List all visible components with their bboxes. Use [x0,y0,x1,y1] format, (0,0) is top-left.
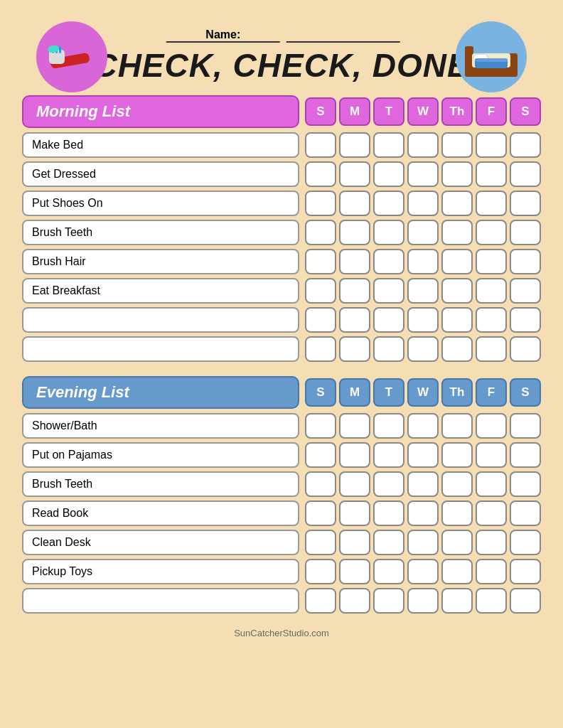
evening-check-5-S2[interactable] [510,530,541,555]
morning-check-1-T[interactable] [373,132,404,158]
morning-check-5-W[interactable] [407,249,439,274]
morning-check-8-F[interactable] [476,336,507,362]
morning-check-6-Th[interactable] [441,278,473,304]
morning-check-1-S1[interactable] [305,132,336,158]
evening-check-4-S2[interactable] [510,500,541,526]
morning-check-2-F[interactable] [476,161,507,187]
evening-check-6-T[interactable] [373,559,404,584]
morning-check-8-T[interactable] [373,336,404,362]
evening-check-2-W[interactable] [407,442,439,468]
evening-check-3-T[interactable] [373,471,404,497]
evening-check-5-S1[interactable] [305,530,336,555]
morning-check-3-M[interactable] [339,191,370,216]
morning-check-4-M[interactable] [339,220,370,245]
evening-check-5-F[interactable] [476,530,507,555]
evening-check-2-Th[interactable] [441,442,473,468]
evening-check-6-M[interactable] [339,559,370,584]
evening-check-6-Th[interactable] [441,559,473,584]
morning-check-6-S1[interactable] [305,278,336,304]
morning-check-4-W[interactable] [407,220,439,245]
evening-check-3-Th[interactable] [441,471,473,497]
morning-check-8-W[interactable] [407,336,439,362]
evening-check-1-S2[interactable] [510,413,541,439]
evening-check-4-M[interactable] [339,500,370,526]
morning-check-5-F[interactable] [476,249,507,274]
morning-check-6-M[interactable] [339,278,370,304]
evening-check-5-W[interactable] [407,530,439,555]
morning-check-2-T[interactable] [373,161,404,187]
evening-check-1-F[interactable] [476,413,507,439]
evening-check-6-S2[interactable] [510,559,541,584]
morning-check-6-S2[interactable] [510,278,541,304]
evening-check-1-T[interactable] [373,413,404,439]
morning-check-5-M[interactable] [339,249,370,274]
evening-check-2-F[interactable] [476,442,507,468]
morning-check-4-S1[interactable] [305,220,336,245]
evening-check-3-F[interactable] [476,471,507,497]
evening-check-4-T[interactable] [373,500,404,526]
morning-check-1-M[interactable] [339,132,370,158]
morning-check-4-Th[interactable] [441,220,473,245]
morning-check-6-F[interactable] [476,278,507,304]
morning-check-2-S2[interactable] [510,161,541,187]
morning-check-3-S2[interactable] [510,191,541,216]
morning-check-1-Th[interactable] [441,132,473,158]
morning-check-7-W[interactable] [407,307,439,333]
morning-check-7-T[interactable] [373,307,404,333]
morning-check-5-S2[interactable] [510,249,541,274]
evening-check-7-F[interactable] [476,588,507,614]
morning-check-3-S1[interactable] [305,191,336,216]
morning-check-8-S1[interactable] [305,336,336,362]
evening-check-7-S1[interactable] [305,588,336,614]
evening-check-3-S1[interactable] [305,471,336,497]
morning-check-7-M[interactable] [339,307,370,333]
morning-check-2-S1[interactable] [305,161,336,187]
morning-check-4-S2[interactable] [510,220,541,245]
morning-check-5-S1[interactable] [305,249,336,274]
morning-check-8-S2[interactable] [510,336,541,362]
morning-check-8-M[interactable] [339,336,370,362]
evening-check-6-F[interactable] [476,559,507,584]
evening-check-2-T[interactable] [373,442,404,468]
morning-check-4-F[interactable] [476,220,507,245]
morning-check-7-S2[interactable] [510,307,541,333]
evening-check-4-F[interactable] [476,500,507,526]
morning-check-6-W[interactable] [407,278,439,304]
evening-check-6-S1[interactable] [305,559,336,584]
morning-check-8-Th[interactable] [441,336,473,362]
morning-check-1-F[interactable] [476,132,507,158]
evening-check-3-W[interactable] [407,471,439,497]
evening-check-2-S1[interactable] [305,442,336,468]
evening-check-7-S2[interactable] [510,588,541,614]
morning-check-2-Th[interactable] [441,161,473,187]
morning-check-6-T[interactable] [373,278,404,304]
evening-check-1-S1[interactable] [305,413,336,439]
evening-check-7-T[interactable] [373,588,404,614]
evening-check-5-T[interactable] [373,530,404,555]
morning-check-7-Th[interactable] [441,307,473,333]
morning-check-7-F[interactable] [476,307,507,333]
evening-check-4-W[interactable] [407,500,439,526]
morning-check-2-W[interactable] [407,161,439,187]
morning-check-1-W[interactable] [407,132,439,158]
evening-check-1-Th[interactable] [441,413,473,439]
evening-check-2-S2[interactable] [510,442,541,468]
evening-check-7-W[interactable] [407,588,439,614]
morning-check-3-Th[interactable] [441,191,473,216]
morning-check-3-W[interactable] [407,191,439,216]
evening-check-1-M[interactable] [339,413,370,439]
evening-check-7-M[interactable] [339,588,370,614]
morning-check-1-S2[interactable] [510,132,541,158]
morning-check-7-S1[interactable] [305,307,336,333]
evening-check-3-S2[interactable] [510,471,541,497]
evening-check-1-W[interactable] [407,413,439,439]
morning-check-5-Th[interactable] [441,249,473,274]
evening-check-5-M[interactable] [339,530,370,555]
morning-check-3-F[interactable] [476,191,507,216]
evening-check-7-Th[interactable] [441,588,473,614]
evening-check-4-S1[interactable] [305,500,336,526]
evening-check-6-W[interactable] [407,559,439,584]
morning-check-2-M[interactable] [339,161,370,187]
evening-check-3-M[interactable] [339,471,370,497]
morning-check-4-T[interactable] [373,220,404,245]
